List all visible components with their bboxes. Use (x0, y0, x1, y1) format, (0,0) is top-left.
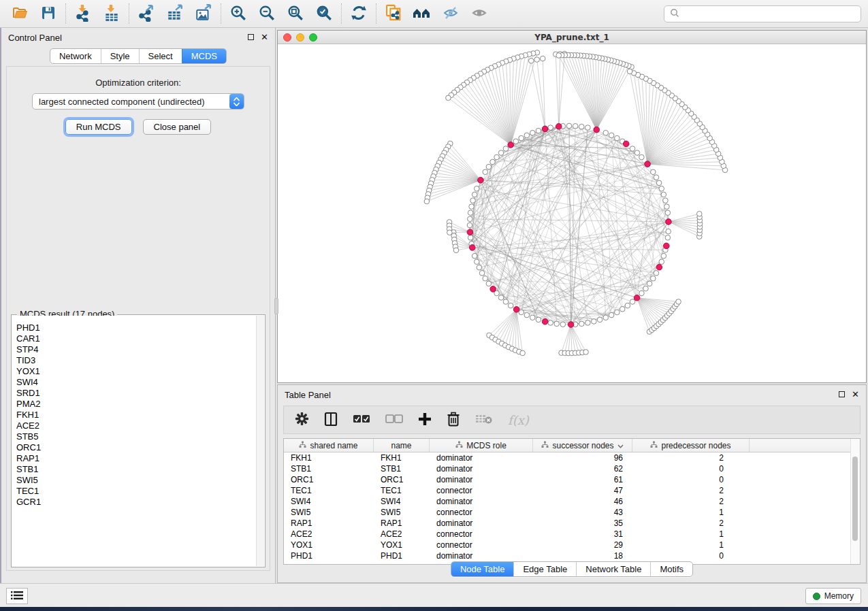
tab-motifs[interactable]: Motifs (650, 562, 692, 576)
function-builder-button[interactable]: f(x) (508, 413, 529, 427)
ring-node[interactable] (647, 281, 652, 286)
table-settings-button[interactable] (295, 412, 309, 428)
ring-node[interactable] (597, 317, 602, 323)
select-all-button[interactable] (353, 414, 370, 426)
column-header-predecessor-nodes[interactable]: predecessor nodes (632, 439, 750, 452)
ring-node[interactable] (666, 229, 671, 234)
open-file-button[interactable] (5, 2, 34, 25)
ring-node[interactable] (536, 128, 541, 133)
tab-network[interactable]: Network (50, 49, 101, 63)
ring-node[interactable] (530, 130, 535, 135)
float-table-panel-icon[interactable] (839, 391, 845, 397)
tab-edge-table[interactable]: Edge Table (513, 562, 576, 576)
mcds-result-item[interactable]: ORC1 (16, 442, 256, 453)
ring-node[interactable] (519, 135, 524, 141)
table-row[interactable]: STB1STB1dominator620 (284, 463, 860, 474)
mcds-result-item[interactable]: TEC1 (16, 486, 256, 497)
zoom-out-button[interactable] (253, 2, 281, 25)
search-input[interactable] (680, 6, 861, 22)
leaf-node[interactable] (540, 56, 545, 61)
mcds-result-item[interactable]: SWI4 (16, 377, 256, 388)
zoom-in-button[interactable] (224, 2, 253, 25)
ring-node[interactable] (634, 150, 640, 156)
add-column-button[interactable] (418, 412, 432, 428)
mcds-result-item[interactable]: PMA2 (16, 399, 256, 410)
mcds-result-scrollbar[interactable] (256, 316, 264, 566)
column-header-name[interactable]: name (374, 439, 430, 452)
mcds-result-item[interactable]: SWI5 (16, 475, 256, 486)
export-image-button[interactable] (189, 2, 218, 25)
leaf-node[interactable] (534, 57, 540, 63)
ring-node[interactable] (650, 169, 656, 175)
column-header-MCDS-role[interactable]: MCDS role (430, 439, 533, 452)
ring-node[interactable] (483, 169, 488, 175)
leaf-node[interactable] (556, 53, 562, 59)
ring-node[interactable] (609, 133, 614, 138)
ring-node[interactable] (654, 175, 659, 180)
table-row[interactable]: SWI4SWI4dominator462 (284, 496, 860, 507)
ring-node[interactable] (467, 222, 472, 228)
ring-node[interactable] (479, 271, 485, 276)
mcds-result-list[interactable]: PHD1CAR1STP4TID3YOX1SWI4SRD1PMA2FKH1ACE2… (12, 316, 256, 566)
tab-select[interactable]: Select (139, 49, 182, 63)
table-row[interactable]: YOX1YOX1connector291 (284, 540, 860, 550)
leaf-node[interactable] (447, 230, 453, 235)
ring-node[interactable] (503, 146, 509, 152)
dominator-node[interactable] (478, 177, 484, 183)
ring-node[interactable] (530, 315, 535, 320)
first-neighbors-button[interactable] (408, 2, 436, 25)
table-row[interactable]: FKH1FKH1dominator962 (284, 452, 860, 463)
show-columns-button[interactable] (324, 412, 338, 429)
ring-node[interactable] (639, 291, 645, 296)
ring-node[interactable] (573, 123, 578, 129)
zoom-fit-button[interactable] (281, 2, 310, 25)
table-row[interactable]: SWI5SWI5connector431 (284, 507, 860, 518)
ring-node[interactable] (524, 312, 530, 318)
ring-node[interactable] (503, 299, 509, 305)
ring-node[interactable] (486, 281, 492, 286)
float-panel-icon[interactable] (248, 34, 254, 40)
ring-node[interactable] (650, 276, 656, 281)
hide-selected-button[interactable] (436, 2, 465, 25)
memory-button[interactable]: Memory (805, 588, 861, 604)
dominator-node[interactable] (508, 142, 514, 148)
ring-node[interactable] (579, 124, 584, 129)
dominator-node[interactable] (556, 123, 562, 129)
dominator-node[interactable] (656, 264, 662, 270)
mcds-result-item[interactable]: ACE2 (16, 420, 256, 431)
ring-node[interactable] (609, 312, 614, 318)
import-network-button[interactable] (69, 2, 97, 25)
table-scrollbar[interactable] (850, 439, 860, 564)
deselect-all-button[interactable] (385, 414, 403, 426)
tab-node-table[interactable]: Node Table (451, 562, 514, 576)
network-window-titlebar[interactable]: YPA_prune.txt_1 (278, 31, 866, 44)
refresh-layout-button[interactable] (344, 2, 373, 25)
leaf-node[interactable] (676, 299, 681, 305)
ring-node[interactable] (592, 319, 597, 325)
table-row[interactable]: RAP1RAP1dominator352 (284, 518, 860, 529)
delete-table-button[interactable] (475, 414, 493, 427)
ring-node[interactable] (566, 123, 572, 129)
dominator-node[interactable] (645, 161, 651, 167)
leaf-node[interactable] (528, 59, 534, 64)
mcds-result-item[interactable]: GCR1 (16, 497, 256, 508)
import-table-button[interactable] (97, 2, 126, 25)
leaf-node[interactable] (453, 248, 459, 253)
ring-node[interactable] (486, 164, 492, 169)
ring-node[interactable] (663, 198, 669, 203)
window-close-button[interactable] (283, 33, 291, 42)
ring-node[interactable] (548, 320, 553, 326)
ring-node[interactable] (490, 159, 496, 165)
export-network-button[interactable] (132, 2, 161, 25)
ring-node[interactable] (659, 186, 664, 191)
ring-node[interactable] (498, 295, 504, 301)
ring-node[interactable] (508, 303, 513, 308)
ring-node[interactable] (625, 303, 630, 308)
dominator-node[interactable] (666, 219, 672, 225)
clone-network-button[interactable] (379, 2, 408, 25)
ring-node[interactable] (536, 317, 541, 323)
ring-node[interactable] (467, 216, 472, 222)
ring-node[interactable] (661, 192, 666, 197)
vertical-splitter-handle[interactable] (274, 298, 278, 314)
dominator-node[interactable] (542, 318, 548, 325)
